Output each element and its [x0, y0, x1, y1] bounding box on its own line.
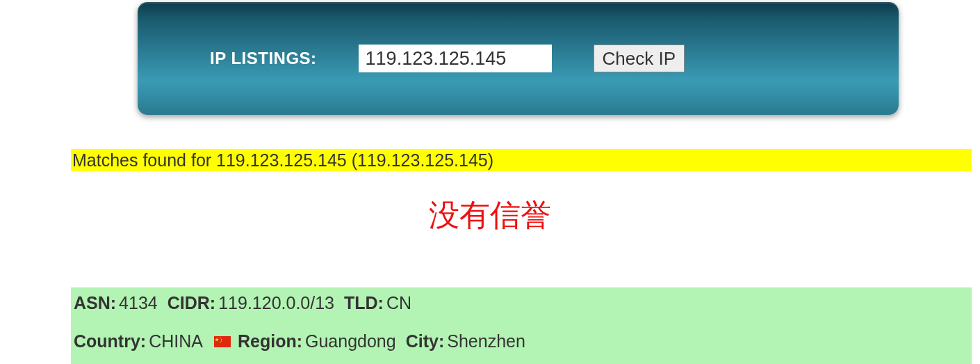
city-value: Shenzhen: [447, 331, 525, 351]
cidr-value: 119.120.0.0/13: [218, 293, 334, 313]
ip-input[interactable]: [359, 45, 552, 72]
tld-label: TLD:: [344, 293, 384, 313]
tld-value: CN: [386, 293, 411, 313]
country-value: CHINA: [149, 331, 203, 351]
ip-listings-label: IP LISTINGS:: [210, 49, 317, 68]
region-value: Guangdong: [305, 331, 396, 351]
country-label: Country:: [74, 331, 146, 351]
details-row-network: ASN: 4134 CIDR: 119.120.0.0/13 TLD: CN: [74, 293, 969, 313]
asn-label: ASN:: [74, 293, 116, 313]
svg-point-3: [221, 339, 222, 340]
city-label: City:: [406, 331, 445, 351]
svg-rect-0: [214, 336, 231, 347]
reputation-status: 没有信誉: [0, 195, 980, 236]
ip-search-panel: IP LISTINGS: Check IP: [138, 2, 899, 115]
svg-point-2: [220, 338, 220, 338]
region-label: Region:: [238, 331, 302, 351]
svg-point-5: [220, 342, 220, 342]
svg-point-4: [221, 340, 222, 341]
details-row-location: Country: CHINA Region: Guangdong City: S…: [74, 331, 969, 351]
china-flag-icon: [214, 331, 231, 342]
matches-found-text: Matches found for 119.123.125.145 (119.1…: [71, 149, 972, 171]
cidr-label: CIDR:: [168, 293, 215, 313]
ip-details-panel: ASN: 4134 CIDR: 119.120.0.0/13 TLD: CN C…: [71, 287, 972, 364]
check-ip-button[interactable]: Check IP: [594, 45, 685, 72]
asn-value: 4134: [119, 293, 158, 313]
